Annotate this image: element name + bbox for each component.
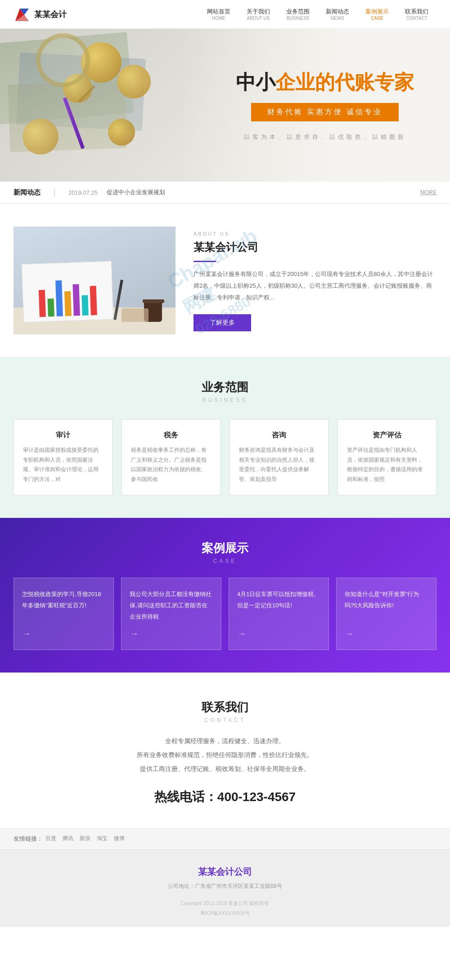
biz-title-3: 资产评估 xyxy=(347,431,427,440)
hero-title-main: 中小 xyxy=(236,71,275,93)
contact-phone-label: 热线电话： xyxy=(154,790,217,804)
friend-link-0[interactable]: 百度 xyxy=(45,835,56,842)
friends-bar: 友情链接： 百度 腾讯 新浪 淘宝 微博 xyxy=(0,828,450,849)
nav-item-business-en: BUSINESS xyxy=(287,16,310,21)
about-section: ABOUT US 某某会计公司 广州某某会计服务有限公司，成立于20015年，公… xyxy=(0,204,450,357)
nav: 某某会计 网站首页 HOME 关于我们 ABOUT US 业务范围 BUSINE… xyxy=(0,0,450,29)
about-wrapper: ABOUT US 某某会计公司 广州某某会计服务有限公司，成立于20015年，公… xyxy=(0,204,450,357)
hero-title-rest: 企业的代账专家 xyxy=(275,71,414,93)
nav-item-case-cn: 案例展示 xyxy=(365,8,389,16)
about-btn[interactable]: 了解更多 xyxy=(194,314,251,331)
footer-address: 公司地址：广东省广州市天河区某某工业园88号 xyxy=(14,882,436,890)
business-card-3: 资产评估 资产评估是指由专门机构和人员，依据国家规定和有关资料，根据特定的目的，… xyxy=(338,419,436,495)
nav-item-news-cn: 新闻动态 xyxy=(326,8,349,16)
case-card-text-0: 怎悦税收政策的学习,导致2018年多缴纳"案旺税"近百万! xyxy=(22,589,105,622)
case-card-2[interactable]: 4月1日征车票可以抵扣增值税,但是一定记住10句话! → xyxy=(229,578,329,650)
biz-desc-0: 审计是由国家授权或接受委托的专职机构和人员，依照国家法规、审计准则和会计理论，运… xyxy=(23,445,103,484)
business-section: 业务范围 BUSINESS 审计 审计是由国家授权或接受委托的专职机构和人员，依… xyxy=(0,357,450,518)
contact-title: 联系我们 xyxy=(14,699,436,715)
contact-line-0: 全程专属经理服务，流程健全、迅速办理。 xyxy=(14,734,436,748)
contact-line-1: 所有业务收费标准规范，拒绝任何隐形消费，性价比行业领先。 xyxy=(14,748,436,762)
footer-company: 某某会计公司 xyxy=(14,866,436,878)
biz-title-1: 税务 xyxy=(131,431,211,440)
hero-banner: 中小企业的代账专家 财务代账 实惠方便 诚信专业 以客为本、以质求存、以优取胜、… xyxy=(0,29,450,182)
case-arrow-3: → xyxy=(345,628,428,639)
case-arrow-0: → xyxy=(22,628,105,639)
hero-title: 中小企业的代账专家 xyxy=(236,69,414,96)
nav-item-contact-en: CONTACT xyxy=(406,16,428,21)
nav-item-case-en: CASE xyxy=(371,16,383,21)
news-more[interactable]: MORE xyxy=(420,189,436,196)
nav-item-business[interactable]: 业务范围 BUSINESS xyxy=(278,8,318,21)
hero-badge: 财务代账 实惠方便 诚信专业 xyxy=(251,103,399,121)
about-image xyxy=(14,227,176,334)
logo-text: 某某会计 xyxy=(34,9,67,20)
friend-link-2[interactable]: 新浪 xyxy=(80,835,90,842)
case-card-text-2: 4月1日征车票可以抵扣增值税,但是一定记住10句话! xyxy=(237,589,320,622)
case-card-1[interactable]: 我公司大部分员工都没有缴纳社保,请问这些职工的工资能否在企业所得税 → xyxy=(121,578,221,650)
nav-item-home-en: HOME xyxy=(212,16,225,21)
friend-link-3[interactable]: 淘宝 xyxy=(97,835,108,842)
biz-title-0: 审计 xyxy=(23,431,103,440)
business-sub: BUSINESS xyxy=(14,397,436,403)
friend-link-4[interactable]: 微博 xyxy=(114,835,125,842)
contact-line-2: 提供工商注册、代理记账、税收筹划、社保等全周期全业务。 xyxy=(14,762,436,776)
nav-item-contact-cn: 联系我们 xyxy=(405,8,428,16)
case-card-text-1: 我公司大部分员工都没有缴纳社保,请问这些职工的工资能否在企业所得税 xyxy=(130,589,213,622)
nav-item-home[interactable]: 网站首页 HOME xyxy=(199,8,238,21)
case-title: 案例展示 xyxy=(14,540,436,556)
about-divider xyxy=(194,261,216,262)
news-text: 促进中小企业发展规划 xyxy=(107,188,420,196)
contact-phone: 热线电话：400-123-4567 xyxy=(14,788,436,806)
news-date: 2019.07.25 xyxy=(68,189,98,196)
about-us-label: ABOUT US xyxy=(194,231,436,236)
case-grid: 怎悦税收政策的学习,导致2018年多缴纳"案旺税"近百万! → 我公司大部分员工… xyxy=(14,578,436,650)
case-arrow-1: → xyxy=(130,628,213,639)
contact-sub: CONTACT xyxy=(14,717,436,723)
biz-desc-3: 资产评估是指由专门机构和人员，依据国家规定和有关资料，根据特定的目的，遵循适用的… xyxy=(347,445,427,484)
about-company: 某某会计公司 xyxy=(194,240,436,254)
hero-content: 中小企业的代账专家 财务代账 实惠方便 诚信专业 以客为本、以质求存、以优取胜、… xyxy=(236,69,414,141)
biz-desc-2: 财务咨询是指具有财务与会计及相关专业知识的自然人担人，接受委托，向委托人提供业务… xyxy=(239,445,319,484)
case-sub: CASE xyxy=(14,558,436,564)
logo-icon xyxy=(14,6,31,23)
news-label: 新闻动态 xyxy=(14,188,55,197)
nav-item-contact[interactable]: 联系我们 CONTACT xyxy=(397,8,436,21)
nav-item-about-en: ABOUT US xyxy=(247,16,270,21)
biz-title-2: 咨询 xyxy=(239,431,319,440)
business-card-2: 咨询 财务咨询是指具有财务与会计及相关专业知识的自然人担人，接受委托，向委托人提… xyxy=(230,419,328,495)
hero-subtitle: 以客为本、以质求存、以优取胜、以精图新 xyxy=(236,133,414,141)
case-card-text-3: 你知道什么是"对开发票"行为吗?5大风险告诉你! xyxy=(345,589,428,622)
friends-label: 友情链接： xyxy=(14,835,43,843)
business-grid: 审计 审计是由国家授权或接受委托的专职机构和人员，依照国家法规、审计准则和会计理… xyxy=(14,419,436,495)
nav-item-business-cn: 业务范围 xyxy=(286,8,310,16)
contact-phone-number: 400-123-4567 xyxy=(217,790,296,804)
nav-item-news-en: NEWS xyxy=(331,16,344,21)
biz-desc-1: 税务是税收事务工作的总称，有广义和狭义之分。广义税务是指以国家政治权力为依据的税… xyxy=(131,445,211,484)
nav-item-news[interactable]: 新闻动态 NEWS xyxy=(318,8,357,21)
contact-section: 联系我们 CONTACT 全程专属经理服务，流程健全、迅速办理。 所有业务收费标… xyxy=(0,673,450,828)
footer-copy-line1: Copyright 2012-2019 某某公司 版权所有 xyxy=(14,898,436,908)
case-arrow-2: → xyxy=(237,628,320,639)
nav-items: 网站首页 HOME 关于我们 ABOUT US 业务范围 BUSINESS 新闻… xyxy=(94,8,436,21)
friend-link-1[interactable]: 腾讯 xyxy=(63,835,73,842)
about-desc: 广州某某会计服务有限公司，成立于20015年，公司现有专业技术人员80余人，其中… xyxy=(194,268,436,303)
nav-item-case[interactable]: 案例展示 CASE xyxy=(357,8,397,21)
business-card-0: 审计 审计是由国家授权或接受委托的专职机构和人员，依照国家法规、审计准则和会计理… xyxy=(14,419,112,495)
case-card-3[interactable]: 你知道什么是"对开发票"行为吗?5大风险告诉你! → xyxy=(336,578,436,650)
nav-item-about[interactable]: 关于我们 ABOUT US xyxy=(238,8,278,21)
footer-copy-line2: 粤ICP备XXXXXXXX号 xyxy=(14,908,436,918)
case-section: 案例展示 CASE 怎悦税收政策的学习,导致2018年多缴纳"案旺税"近百万! … xyxy=(0,518,450,673)
business-title: 业务范围 xyxy=(14,379,436,395)
case-card-0[interactable]: 怎悦税收政策的学习,导致2018年多缴纳"案旺税"近百万! → xyxy=(14,578,114,650)
nav-item-about-cn: 关于我们 xyxy=(247,8,270,16)
logo[interactable]: 某某会计 xyxy=(14,6,67,23)
nav-item-home-cn: 网站首页 xyxy=(207,8,230,16)
news-bar: 新闻动态 2019.07.25 促进中小企业发展规划 MORE xyxy=(0,182,450,204)
footer: 某某会计公司 公司地址：广东省广州市天河区某某工业园88号 Copyright … xyxy=(0,849,450,927)
business-card-1: 税务 税务是税收事务工作的总称，有广义和狭义之分。广义税务是指以国家政治权力为依… xyxy=(122,419,220,495)
about-right: ABOUT US 某某会计公司 广州某某会计服务有限公司，成立于20015年，公… xyxy=(194,227,436,331)
